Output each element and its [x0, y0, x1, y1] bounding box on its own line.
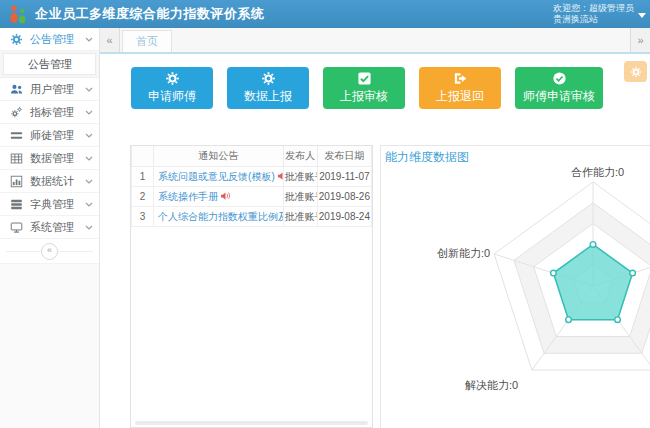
publisher-cell: 批准账号1	[283, 187, 317, 207]
chevron-down-icon	[85, 37, 93, 42]
sidebar-item-label: 公告管理	[30, 32, 74, 47]
col-publish-date: 发布日期	[317, 146, 371, 167]
megaphone-icon	[277, 171, 283, 181]
sidebar-item-label: 数据统计	[30, 174, 74, 189]
notice-table-header-row: 通知公告 发布人 发布日期	[132, 146, 372, 167]
header: 企业员工多维度综合能力指数评价系统 欢迎您：超级管理员 贵洲换流站	[0, 0, 650, 28]
button-label: 申请师傅	[148, 88, 196, 105]
app: 企业员工多维度综合能力指数评价系统 欢迎您：超级管理员 贵洲换流站 公告管理 公…	[0, 0, 650, 428]
sidebar-item-dict-mgmt[interactable]: 字典管理	[0, 193, 99, 216]
col-index	[132, 146, 154, 167]
gear-icon	[165, 71, 180, 86]
layers-icon	[10, 198, 23, 211]
check-square-icon	[357, 71, 372, 86]
action-buttons: 申请师傅 数据上报 上报审核 上报退回 师傅申请审核	[131, 67, 603, 109]
app-logo-icon	[7, 4, 29, 24]
sidebar-item-mentor-mgmt[interactable]: 师徒管理	[0, 124, 99, 147]
check-circle-icon	[552, 71, 567, 86]
sidebar-item-label: 用户管理	[30, 82, 74, 97]
tab-scroll-right-button[interactable]: »	[630, 28, 650, 52]
report-review-button[interactable]: 上报审核	[323, 67, 405, 109]
notice-title-cell: 个人综合能力指数权重比例及基数...	[154, 207, 284, 227]
report-return-button[interactable]: 上报退回	[419, 67, 501, 109]
publisher-cell: 批准账号1	[283, 167, 317, 187]
date-cell: 2019-08-26	[317, 187, 371, 207]
desktop-icon	[10, 221, 23, 234]
tab-scroll-left-button[interactable]: «	[100, 28, 120, 52]
sidebar-subitem-notice-mgmt[interactable]: 公告管理	[3, 53, 96, 75]
sidebar-item-label: 系统管理	[30, 220, 74, 235]
users-icon	[10, 83, 23, 96]
caret-down-icon	[638, 13, 646, 18]
sidebar: 公告管理 公告管理 用户管理 指标管理 师徒管理	[0, 28, 100, 428]
sidebar-item-system-mgmt[interactable]: 系统管理	[0, 216, 99, 239]
station-text: 贵洲换流站	[553, 14, 634, 25]
radar-axis-label-innovation: 创新能力:0	[437, 246, 490, 261]
date-cell: 2019-11-07	[317, 167, 371, 187]
chevron-down-icon	[85, 133, 93, 138]
publisher-cell: 批准账号1	[283, 207, 317, 227]
radar-panel: 能力维度数据图 合作能力:0 创新能力:0 解决能力:0	[380, 145, 650, 428]
chevron-down-icon	[85, 156, 93, 161]
notice-table: 通知公告 发布人 发布日期 1 系统问题或意见反馈(模板) 批准账号1 2019…	[131, 146, 372, 227]
data-report-button[interactable]: 数据上报	[227, 67, 309, 109]
sidebar-collapse-row: «	[0, 239, 99, 264]
bar-chart-icon	[10, 175, 23, 188]
gear-icon	[10, 33, 23, 46]
notice-link[interactable]: 个人综合能力指数权重比例及基数...	[158, 211, 283, 222]
sidebar-item-data-stats[interactable]: 数据统计	[0, 170, 99, 193]
notice-title-cell: 系统操作手册	[154, 187, 284, 207]
sidebar-item-notice-mgmt[interactable]: 公告管理	[0, 28, 99, 51]
tabbar: « 首页 »	[100, 28, 650, 54]
table-row: 2 系统操作手册 批准账号1 2019-08-26	[132, 187, 372, 207]
sidebar-item-label: 字典管理	[30, 197, 74, 212]
sign-out-icon	[453, 71, 468, 86]
apply-mentor-button[interactable]: 申请师傅	[131, 67, 213, 109]
mentor-apply-review-button[interactable]: 师傅申请审核	[515, 67, 603, 109]
sidebar-item-data-mgmt[interactable]: 数据管理	[0, 147, 99, 170]
tab-home[interactable]: 首页	[122, 30, 172, 52]
chevron-down-icon	[85, 87, 93, 92]
sidebar-item-label: 师徒管理	[30, 128, 74, 143]
horizontal-scrollbar[interactable]	[135, 421, 368, 425]
gear-icon	[630, 66, 642, 78]
col-notice-title: 通知公告	[154, 146, 284, 167]
row-index: 1	[132, 167, 154, 187]
radar-axis-label-solving: 解决能力:0	[465, 378, 518, 393]
sidebar-collapse-button[interactable]: «	[41, 243, 58, 260]
sidebar-item-user-mgmt[interactable]: 用户管理	[0, 78, 99, 101]
table-row: 1 系统问题或意见反馈(模板) 批准账号1 2019-11-07	[132, 167, 372, 187]
gear-icon	[261, 71, 276, 86]
chevron-down-icon	[85, 179, 93, 184]
sliders-icon	[10, 129, 23, 142]
button-label: 上报审核	[340, 88, 388, 105]
notice-link[interactable]: 系统问题或意见反馈(模板)	[158, 171, 275, 182]
notice-link[interactable]: 系统操作手册	[158, 191, 218, 202]
settings-fab-button[interactable]	[624, 61, 647, 82]
chevron-down-icon	[85, 202, 93, 207]
cogs-icon	[10, 106, 23, 119]
sidebar-item-indicator-mgmt[interactable]: 指标管理	[0, 101, 99, 124]
col-publisher: 发布人	[283, 146, 317, 167]
sidebar-submenu: 公告管理	[0, 51, 99, 78]
button-label: 上报退回	[436, 88, 484, 105]
welcome-text: 欢迎您：超级管理员	[553, 3, 634, 14]
row-index: 2	[132, 187, 154, 207]
date-cell: 2019-08-24	[317, 207, 371, 227]
table-icon	[10, 152, 23, 165]
sidebar-item-label: 指标管理	[30, 105, 74, 120]
sidebar-item-label: 数据管理	[30, 151, 74, 166]
chevron-down-icon	[85, 110, 93, 115]
radar-axis-label-cooperation: 合作能力:0	[571, 165, 624, 180]
chevron-down-icon	[85, 225, 93, 230]
notice-panel: 通知公告 发布人 发布日期 1 系统问题或意见反馈(模板) 批准账号1 2019…	[130, 145, 373, 428]
user-menu[interactable]: 欢迎您：超级管理员 贵洲换流站	[553, 3, 650, 25]
row-index: 3	[132, 207, 154, 227]
table-row: 3 个人综合能力指数权重比例及基数... 批准账号1 2019-08-24	[132, 207, 372, 227]
radar-panel-title: 能力维度数据图	[385, 149, 469, 166]
button-label: 师傅申请审核	[523, 88, 595, 105]
main-content: 申请师傅 数据上报 上报审核 上报退回 师傅申请审核	[100, 54, 650, 428]
megaphone-icon	[220, 191, 231, 201]
sidebar-menu: 公告管理 公告管理 用户管理 指标管理 师徒管理	[0, 28, 99, 264]
page-title: 企业员工多维度综合能力指数评价系统	[35, 5, 265, 23]
